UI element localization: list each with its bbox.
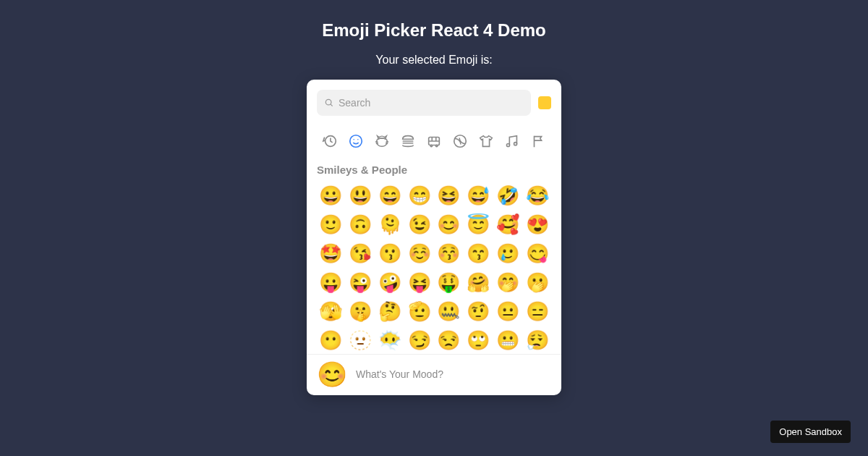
emoji-cell[interactable]: 😆 bbox=[436, 183, 461, 208]
shirt-icon bbox=[478, 133, 494, 151]
open-sandbox-button[interactable]: Open Sandbox bbox=[770, 421, 851, 443]
svg-point-0 bbox=[326, 99, 331, 105]
emoji-cell[interactable]: 😬 bbox=[495, 328, 521, 352]
emoji-cell[interactable]: 🫡 bbox=[407, 299, 432, 324]
emoji-cell[interactable]: 😁 bbox=[407, 183, 432, 208]
svg-point-17 bbox=[435, 145, 437, 146]
emoji-cell[interactable]: 😮‍💨 bbox=[524, 328, 550, 352]
emoji-scroll-area[interactable]: 😀😃😄😁😆😅🤣😂🙂🙃🫠😉😊😇🥰😍🤩😘😗☺️😚😙🥲😋😛😜🤪😝🤑🤗🤭🫢🫣🤫🤔🫡🤐🤨😐… bbox=[307, 183, 561, 354]
category-symbols[interactable] bbox=[502, 133, 522, 151]
burger-icon bbox=[400, 133, 416, 151]
category-smileys[interactable] bbox=[346, 133, 366, 151]
emoji-cell[interactable]: 😗 bbox=[378, 241, 403, 266]
emoji-cell[interactable]: 😋 bbox=[524, 241, 550, 266]
category-food[interactable] bbox=[398, 133, 418, 151]
emoji-cell[interactable]: 😝 bbox=[407, 270, 432, 295]
emoji-cell[interactable]: 🤗 bbox=[466, 270, 491, 295]
category-objects[interactable] bbox=[476, 133, 496, 151]
emoji-cell[interactable]: 😛 bbox=[318, 270, 344, 295]
category-activities[interactable] bbox=[450, 133, 470, 151]
emoji-cell[interactable]: 😇 bbox=[466, 212, 491, 237]
emoji-cell[interactable]: 🫠 bbox=[378, 212, 403, 237]
emoji-cell[interactable]: 😙 bbox=[466, 241, 491, 266]
music-icon bbox=[504, 133, 520, 151]
preview-text: What's Your Mood? bbox=[356, 368, 443, 380]
emoji-cell[interactable]: 🤫 bbox=[348, 299, 373, 324]
page-title: Emoji Picker React 4 Demo bbox=[322, 20, 545, 41]
svg-point-16 bbox=[430, 145, 432, 146]
picker-footer: 😊 What's Your Mood? bbox=[307, 354, 561, 395]
emoji-cell[interactable]: 🤑 bbox=[436, 270, 461, 295]
emoji-cell[interactable]: 😐 bbox=[495, 299, 521, 324]
category-animals[interactable] bbox=[372, 133, 392, 151]
svg-point-20 bbox=[514, 142, 517, 145]
emoji-cell[interactable]: 😘 bbox=[348, 241, 373, 266]
preview-emoji: 😊 bbox=[317, 362, 347, 387]
search-icon bbox=[324, 98, 334, 108]
cat-icon bbox=[374, 133, 390, 151]
emoji-cell[interactable]: 😑 bbox=[524, 299, 550, 324]
emoji-cell[interactable]: 🥰 bbox=[495, 212, 521, 237]
search-input[interactable] bbox=[339, 97, 524, 109]
category-flags[interactable] bbox=[528, 133, 548, 151]
emoji-cell[interactable]: 😉 bbox=[407, 212, 432, 237]
svg-line-8 bbox=[376, 143, 378, 143]
clock-icon bbox=[322, 133, 338, 151]
emoji-cell[interactable]: 🙃 bbox=[348, 212, 373, 237]
svg-line-1 bbox=[331, 104, 333, 106]
emoji-cell[interactable]: 😄 bbox=[378, 183, 403, 208]
emoji-cell[interactable]: 😜 bbox=[348, 270, 373, 295]
emoji-cell[interactable]: 🤣 bbox=[495, 183, 521, 208]
flag-icon bbox=[530, 133, 546, 151]
emoji-cell[interactable]: 🤔 bbox=[378, 299, 403, 324]
emoji-cell[interactable]: 😂 bbox=[524, 183, 550, 208]
emoji-cell[interactable]: 🫢 bbox=[524, 270, 550, 295]
skin-tone-button[interactable] bbox=[538, 96, 551, 109]
emoji-cell[interactable]: 😃 bbox=[348, 183, 373, 208]
svg-line-9 bbox=[386, 143, 388, 143]
category-nav bbox=[317, 116, 551, 161]
emoji-cell[interactable]: 🤩 bbox=[318, 241, 344, 266]
emoji-cell[interactable]: 😀 bbox=[318, 183, 344, 208]
category-recent[interactable] bbox=[320, 133, 340, 151]
ball-icon bbox=[452, 133, 468, 151]
page-subtitle: Your selected Emoji is: bbox=[375, 54, 492, 67]
emoji-cell[interactable]: 😏 bbox=[407, 328, 432, 352]
emoji-cell[interactable]: 😊 bbox=[436, 212, 461, 237]
emoji-cell[interactable]: 😍 bbox=[524, 212, 550, 237]
category-travel[interactable] bbox=[424, 133, 444, 151]
emoji-cell[interactable]: 🫣 bbox=[318, 299, 344, 324]
emoji-picker: Smileys & People 😀😃😄😁😆😅🤣😂🙂🙃🫠😉😊😇🥰😍🤩😘😗☺️😚😙… bbox=[307, 80, 561, 395]
emoji-cell[interactable]: 😒 bbox=[436, 328, 461, 352]
emoji-cell[interactable]: ☺️ bbox=[407, 241, 432, 266]
emoji-cell[interactable]: 🤭 bbox=[495, 270, 521, 295]
emoji-cell[interactable]: 🤐 bbox=[436, 299, 461, 324]
emoji-cell[interactable]: 😅 bbox=[466, 183, 491, 208]
emoji-cell[interactable]: 🤨 bbox=[466, 299, 491, 324]
emoji-cell[interactable]: 🤪 bbox=[378, 270, 403, 295]
emoji-cell[interactable]: 😶‍🌫️ bbox=[378, 328, 403, 352]
emoji-cell[interactable]: 🥲 bbox=[495, 241, 521, 266]
emoji-cell[interactable]: 😶 bbox=[318, 328, 344, 352]
svg-point-19 bbox=[506, 143, 509, 146]
car-icon bbox=[426, 133, 442, 151]
emoji-cell[interactable]: 🫥 bbox=[348, 328, 373, 352]
emoji-cell[interactable]: 🙂 bbox=[318, 212, 344, 237]
section-label: Smileys & People bbox=[317, 161, 551, 183]
svg-point-3 bbox=[350, 135, 362, 147]
emoji-cell[interactable]: 😚 bbox=[436, 241, 461, 266]
emoji-cell[interactable]: 🙄 bbox=[466, 328, 491, 352]
smiley-icon bbox=[348, 133, 364, 151]
search-field-wrap[interactable] bbox=[317, 90, 531, 116]
